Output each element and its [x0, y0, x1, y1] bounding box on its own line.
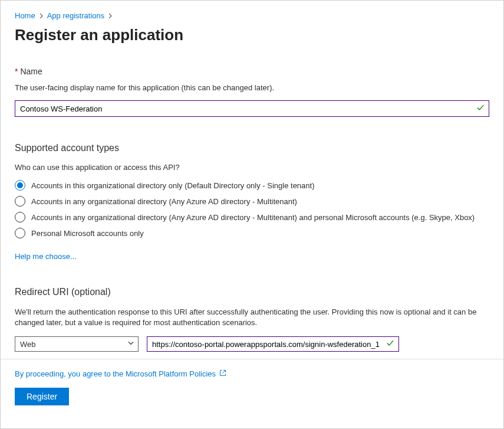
platform-select-value: Web	[20, 340, 36, 349]
name-label-text: Name	[20, 67, 42, 76]
footer: By proceeding, you agree to the Microsof…	[1, 359, 503, 416]
app-window: Home App registrations Register an appli…	[0, 0, 504, 429]
radio-label: Accounts in this organizational director…	[31, 181, 315, 190]
chevron-right-icon	[108, 11, 113, 20]
redirect-description: We'll return the authentication response…	[15, 307, 489, 328]
platform-policies-link[interactable]: By proceeding, you agree to the Microsof…	[15, 369, 226, 378]
radio-button-icon	[15, 180, 25, 191]
name-label: *Name	[15, 67, 489, 76]
name-description: The user-facing display name for this ap…	[15, 83, 489, 92]
radio-multitenant[interactable]: Accounts in any organizational directory…	[15, 196, 489, 207]
breadcrumb-home[interactable]: Home	[15, 11, 35, 20]
name-input-container	[15, 100, 489, 117]
external-link-icon	[219, 369, 226, 378]
radio-button-icon	[15, 228, 25, 238]
redirect-heading: Redirect URI (optional)	[15, 287, 489, 297]
radio-single-tenant[interactable]: Accounts in this organizational director…	[15, 180, 489, 191]
account-types-radio-group: Accounts in this organizational director…	[15, 180, 489, 238]
chevron-right-icon	[39, 11, 44, 20]
uri-input-container	[147, 336, 399, 352]
radio-label: Personal Microsoft accounts only	[31, 229, 144, 238]
page-title: Register an application	[15, 26, 489, 44]
help-me-choose-link[interactable]: Help me choose...	[15, 252, 77, 261]
account-types-question: Who can use this application or access t…	[15, 163, 489, 172]
radio-label: Accounts in any organizational directory…	[31, 213, 475, 222]
radio-personal-only[interactable]: Personal Microsoft accounts only	[15, 228, 489, 238]
policy-link-text: By proceeding, you agree to the Microsof…	[15, 369, 216, 378]
chevron-down-icon	[127, 340, 134, 349]
account-types-heading: Supported account types	[15, 143, 489, 153]
radio-label: Accounts in any organizational directory…	[31, 197, 297, 206]
page-content: Home App registrations Register an appli…	[1, 1, 503, 352]
register-button[interactable]: Register	[15, 388, 69, 405]
breadcrumb: Home App registrations	[15, 11, 489, 20]
name-input[interactable]	[15, 100, 489, 117]
platform-select[interactable]: Web	[15, 336, 139, 352]
radio-multitenant-personal[interactable]: Accounts in any organizational directory…	[15, 212, 489, 222]
radio-button-icon	[15, 196, 25, 207]
radio-button-icon	[15, 212, 25, 222]
redirect-uri-input[interactable]	[147, 336, 399, 352]
breadcrumb-app-registrations[interactable]: App registrations	[47, 11, 105, 20]
required-asterisk: *	[15, 67, 18, 76]
redirect-uri-section: Redirect URI (optional) We'll return the…	[15, 287, 489, 352]
redirect-input-row: Web	[15, 336, 489, 352]
